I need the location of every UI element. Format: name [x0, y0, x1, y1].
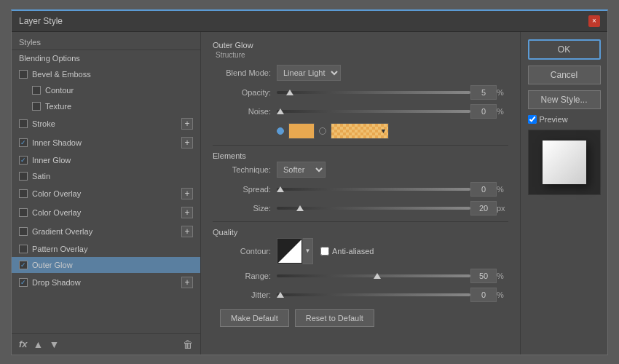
spread-input[interactable]	[470, 182, 497, 197]
make-default-button[interactable]: Make Default	[220, 309, 289, 327]
color-swatch-row: ▼	[213, 123, 508, 139]
stroke-add-button[interactable]: +	[181, 118, 193, 130]
sidebar-item-contour[interactable]: Contour	[12, 82, 200, 98]
delete-icon[interactable]: 🗑	[183, 339, 193, 350]
sidebar-item-color-overlay-2[interactable]: Color Overlay +	[12, 203, 200, 222]
sidebar-item-gradient-overlay[interactable]: Gradient Overlay +	[12, 222, 200, 241]
sidebar-item-inner-shadow[interactable]: Inner Shadow +	[12, 133, 200, 152]
technique-label: Technique:	[213, 165, 271, 174]
jitter-slider-track[interactable]	[277, 293, 470, 296]
noise-input[interactable]	[470, 104, 497, 119]
action-row: Make Default Reset to Default	[213, 309, 508, 327]
noise-label: Noise:	[213, 107, 271, 116]
opacity-slider-thumb[interactable]	[286, 90, 293, 95]
range-input[interactable]	[470, 269, 497, 283]
color-overlay-1-checkbox[interactable]	[19, 189, 28, 198]
left-panel-footer: fx ▲ ▼ 🗑	[12, 333, 200, 355]
inner-glow-checkbox[interactable]	[19, 156, 28, 165]
sidebar-item-outer-glow[interactable]: Outer Glow	[12, 257, 200, 273]
bevel-emboss-checkbox[interactable]	[19, 70, 28, 79]
drop-shadow-checkbox[interactable]	[19, 278, 28, 287]
sidebar-item-inner-glow[interactable]: Inner Glow	[12, 152, 200, 168]
blend-mode-label: Blend Mode:	[213, 68, 271, 77]
opacity-slider-track[interactable]	[277, 91, 470, 94]
contour-preview[interactable]	[277, 238, 303, 264]
jitter-unit: %	[497, 290, 508, 299]
spread-slider-thumb[interactable]	[277, 186, 284, 192]
new-style-button[interactable]: New Style...	[528, 90, 601, 109]
preview-shape	[543, 141, 586, 184]
size-slider-track[interactable]	[277, 207, 470, 210]
ok-button[interactable]: OK	[528, 39, 601, 60]
size-slider-container	[277, 207, 470, 210]
size-unit: px	[497, 204, 508, 213]
contour-dropdown-button[interactable]: ▼	[303, 238, 313, 264]
color-overlay-1-label: Color Overlay	[32, 189, 81, 198]
noise-slider-thumb[interactable]	[277, 108, 284, 114]
inner-glow-label: Inner Glow	[32, 156, 71, 165]
gradient-overlay-add-button[interactable]: +	[181, 226, 193, 237]
contour-preview-svg	[278, 240, 301, 263]
jitter-slider-thumb[interactable]	[277, 292, 284, 298]
outer-glow-checkbox[interactable]	[19, 261, 28, 269]
solid-color-radio[interactable]	[277, 127, 284, 135]
range-slider-track[interactable]	[277, 274, 470, 277]
inner-shadow-checkbox[interactable]	[19, 138, 28, 147]
spread-slider-track[interactable]	[277, 188, 470, 191]
move-up-icon[interactable]: ▲	[33, 339, 44, 350]
anti-aliased-checkbox[interactable]	[320, 247, 329, 256]
dialog-body: Styles Blending Options Bevel & Emboss C…	[12, 32, 607, 355]
drop-shadow-label: Drop Shadow	[32, 278, 81, 287]
solid-color-swatch[interactable]	[288, 123, 315, 139]
jitter-label: Jitter:	[213, 290, 271, 299]
spread-label: Spread:	[213, 185, 271, 194]
opacity-unit: %	[497, 88, 508, 97]
opacity-input[interactable]	[470, 85, 497, 100]
color-overlay-2-add-button[interactable]: +	[181, 207, 193, 218]
range-slider-thumb[interactable]	[374, 273, 381, 279]
inner-shadow-add-button[interactable]: +	[181, 137, 193, 149]
preview-checkbox[interactable]	[528, 115, 537, 124]
sidebar-item-drop-shadow[interactable]: Drop Shadow +	[12, 273, 200, 292]
satin-checkbox[interactable]	[19, 172, 28, 181]
opacity-row: Opacity: %	[213, 85, 508, 100]
right-panel: OK Cancel New Style... Preview	[520, 32, 607, 355]
move-down-icon[interactable]: ▼	[49, 339, 59, 350]
gradient-color-radio[interactable]	[319, 127, 326, 135]
opacity-slider-container	[277, 91, 470, 94]
stroke-label: Stroke	[32, 119, 55, 128]
stroke-checkbox[interactable]	[19, 119, 28, 128]
sidebar-item-bevel-emboss[interactable]: Bevel & Emboss	[12, 66, 200, 82]
sidebar-item-color-overlay-1[interactable]: Color Overlay +	[12, 184, 200, 203]
sidebar-item-blending-options[interactable]: Blending Options	[12, 50, 200, 66]
color-overlay-1-add-button[interactable]: +	[181, 188, 193, 199]
close-button[interactable]: ×	[588, 15, 600, 27]
fx-label[interactable]: fx	[19, 339, 28, 349]
gradient-overlay-checkbox[interactable]	[19, 227, 28, 236]
technique-row: Technique: Softer Precise	[213, 162, 508, 178]
sidebar-item-satin[interactable]: Satin	[12, 168, 200, 184]
range-label: Range:	[213, 272, 271, 280]
drop-shadow-add-button[interactable]: +	[181, 277, 193, 288]
blend-mode-select[interactable]: Linear Light Normal Screen Overlay	[277, 65, 341, 81]
technique-select[interactable]: Softer Precise	[277, 162, 326, 178]
size-input[interactable]	[470, 201, 497, 215]
jitter-input[interactable]	[470, 288, 497, 302]
sidebar-item-pattern-overlay[interactable]: Pattern Overlay	[12, 241, 200, 257]
blend-mode-row: Blend Mode: Linear Light Normal Screen O…	[213, 65, 508, 81]
contour-checkbox[interactable]	[32, 86, 41, 95]
anti-aliased-label[interactable]: Anti-aliased	[320, 247, 374, 256]
size-slider-thumb[interactable]	[296, 205, 304, 211]
pattern-overlay-label: Pattern Overlay	[32, 245, 87, 253]
color-overlay-2-checkbox[interactable]	[19, 208, 28, 217]
reset-to-default-button[interactable]: Reset to Default	[295, 309, 374, 327]
noise-slider-track[interactable]	[277, 110, 470, 113]
texture-checkbox[interactable]	[32, 102, 41, 111]
gradient-color-swatch[interactable]: ▼	[331, 123, 389, 139]
cancel-button[interactable]: Cancel	[528, 66, 601, 84]
sidebar-item-stroke[interactable]: Stroke +	[12, 114, 200, 133]
title-bar: Layer Style ×	[12, 11, 607, 32]
layer-style-dialog: Layer Style × Styles Blending Options Be…	[11, 9, 608, 355]
pattern-overlay-checkbox[interactable]	[19, 245, 28, 253]
sidebar-item-texture[interactable]: Texture	[12, 98, 200, 114]
